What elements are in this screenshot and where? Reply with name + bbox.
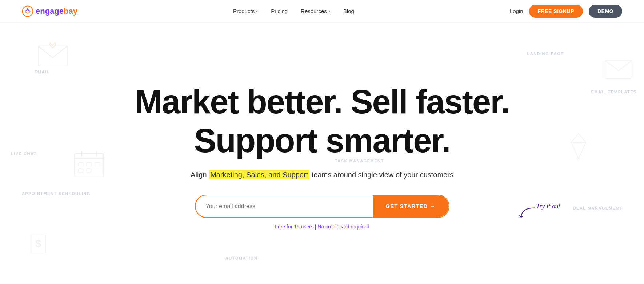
hero-cta-area: GET STARTED → Try it out: [135, 195, 509, 218]
hero-section: EMAIL LANDING PAGE EMAIL TEMPLATES CRM L…: [0, 23, 644, 284]
nav-resources[interactable]: Resources ▾: [301, 8, 330, 14]
try-it-out-text: Try it out: [536, 202, 560, 210]
svg-rect-17: [31, 235, 45, 253]
svg-rect-13: [87, 169, 92, 172]
products-chevron-icon: ▾: [256, 9, 258, 13]
svg-text:$: $: [35, 238, 41, 249]
svg-rect-10: [87, 162, 92, 166]
email-form[interactable]: GET STARTED →: [195, 195, 449, 218]
resources-chevron-icon: ▾: [328, 9, 330, 13]
email-envelope-right-icon: [604, 59, 633, 81]
email-input[interactable]: [196, 195, 373, 217]
get-started-button[interactable]: GET STARTED →: [373, 195, 449, 217]
svg-rect-2: [38, 46, 67, 66]
email-envelope-icon: [36, 42, 69, 68]
nav-actions: Login FREE SIGNUP DEMO: [510, 5, 622, 18]
deal-management-label: DEAL MANAGEMENT: [573, 206, 622, 210]
svg-rect-9: [78, 162, 83, 166]
hero-content: Market better. Sell faster. Support smar…: [135, 84, 509, 229]
hero-headline-1: Market better. Sell faster.: [135, 84, 509, 119]
hero-description: Align Marketing, Sales, and Support team…: [135, 169, 509, 180]
email-label: EMAIL: [35, 70, 50, 74]
logo[interactable]: engagebay: [22, 5, 77, 17]
hero-note: Free for 15 users | No credit card requi…: [135, 224, 509, 230]
svg-marker-14: [571, 133, 586, 159]
navbar: engagebay Products ▾ Pricing Resources ▾…: [0, 0, 644, 23]
appointment-scheduling-label: APPOINTMENT SCHEDULING: [22, 191, 91, 196]
landing-page-label: LANDING PAGE: [527, 52, 564, 56]
signup-button[interactable]: FREE SIGNUP: [529, 5, 583, 18]
nav-products[interactable]: Products ▾: [233, 8, 258, 14]
nav-links: Products ▾ Pricing Resources ▾ Blog: [233, 8, 354, 14]
nav-blog[interactable]: Blog: [343, 8, 354, 14]
try-it-out-annotation: Try it out: [536, 202, 560, 210]
live-chat-label: LIVE CHAT: [11, 151, 37, 156]
svg-point-0: [23, 6, 33, 16]
demo-button[interactable]: DEMO: [589, 5, 622, 18]
svg-point-3: [50, 42, 56, 47]
logo-icon: [22, 5, 33, 17]
calendar-icon: [73, 150, 105, 179]
description-highlight: Marketing, Sales, and Support: [209, 170, 309, 179]
svg-rect-5: [75, 153, 104, 177]
email-templates-label: EMAIL TEMPLATES: [591, 90, 637, 94]
automation-label: AUTOMATION: [225, 256, 258, 260]
logo-text: engagebay: [36, 7, 77, 16]
pencil-icon: [568, 131, 589, 161]
svg-rect-11: [95, 162, 100, 166]
hero-headline-2: Support smarter.: [135, 123, 509, 158]
svg-marker-16: [577, 159, 580, 161]
try-it-arrow-icon: [518, 206, 536, 220]
nav-pricing[interactable]: Pricing: [271, 8, 288, 14]
dollar-icon: $: [29, 233, 47, 255]
svg-rect-4: [605, 61, 632, 79]
login-button[interactable]: Login: [510, 8, 523, 14]
svg-rect-12: [78, 169, 83, 172]
